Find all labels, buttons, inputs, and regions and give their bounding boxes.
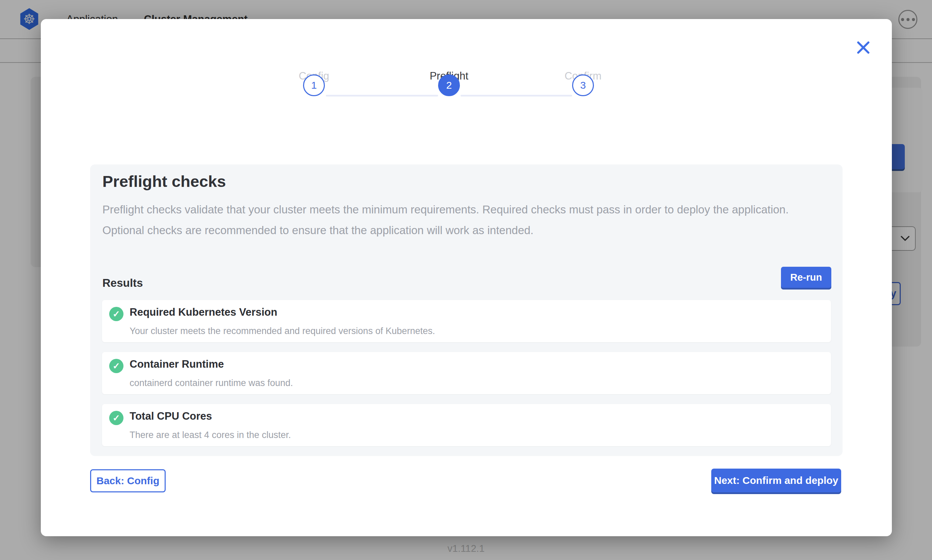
rerun-button[interactable]: Re-run xyxy=(781,267,831,288)
check-title: Container Runtime xyxy=(130,358,224,371)
step-connector xyxy=(461,95,572,97)
step-circle-config[interactable]: 1 xyxy=(303,74,325,96)
check-title: Total CPU Cores xyxy=(130,410,212,422)
preflight-panel: Preflight checks Preflight checks valida… xyxy=(90,165,843,456)
back-config-button[interactable]: Back: Config xyxy=(90,469,166,492)
check-result-row: ✓ Total CPU Cores There are at least 4 c… xyxy=(102,404,831,446)
check-title: Required Kubernetes Version xyxy=(130,306,277,318)
next-confirm-deploy-button[interactable]: Next: Confirm and deploy xyxy=(711,469,841,492)
preflight-modal: Config Preflight Confirm 1 2 3 Preflight… xyxy=(41,19,892,536)
check-description: There are at least 4 cores in the cluste… xyxy=(130,430,291,440)
check-result-row: ✓ Required Kubernetes Version Your clust… xyxy=(102,300,831,342)
check-pass-icon: ✓ xyxy=(109,307,123,321)
results-heading: Results xyxy=(102,277,143,289)
step-circle-preflight[interactable]: 2 xyxy=(438,74,460,96)
check-description: Your cluster meets the recommended and r… xyxy=(130,326,435,336)
check-pass-icon: ✓ xyxy=(109,359,123,373)
step-circle-confirm[interactable]: 3 xyxy=(572,74,594,96)
check-description: containerd container runtime was found. xyxy=(130,378,293,388)
step-connector xyxy=(326,95,438,97)
preflight-description: Preflight checks validate that your clus… xyxy=(102,199,818,241)
close-icon[interactable] xyxy=(855,39,872,56)
check-result-row: ✓ Container Runtime containerd container… xyxy=(102,352,831,394)
check-pass-icon: ✓ xyxy=(109,411,123,425)
close-x-glyph xyxy=(855,40,871,55)
page-title: Preflight checks xyxy=(102,172,226,191)
